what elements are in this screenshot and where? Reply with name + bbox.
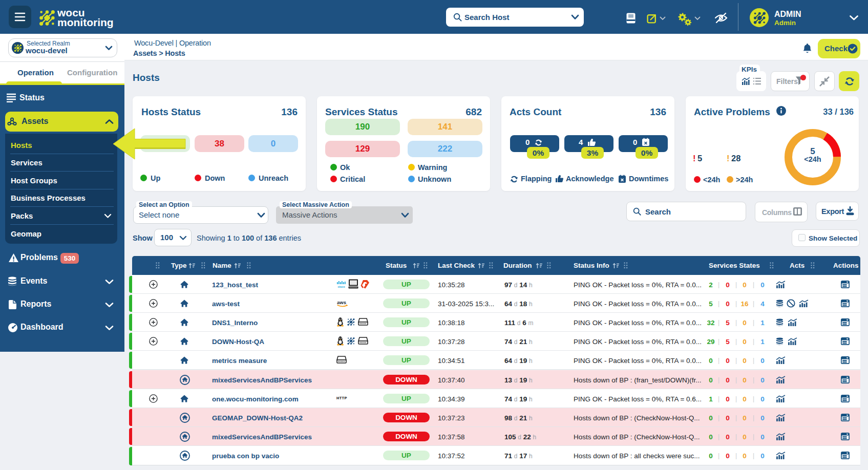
svg-text:aws: aws: [337, 300, 346, 305]
svg-text:cisco: cisco: [337, 285, 345, 288]
